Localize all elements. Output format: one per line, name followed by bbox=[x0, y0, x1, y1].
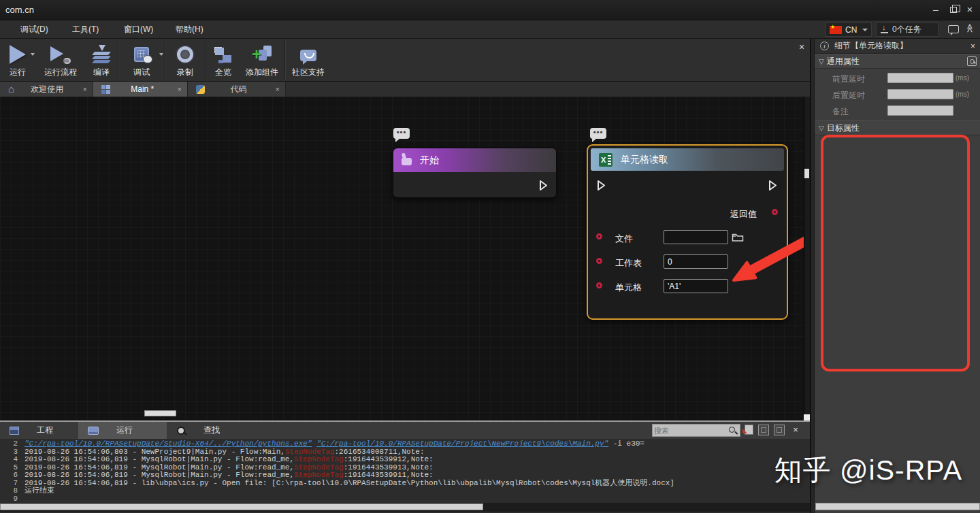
tab-close-icon[interactable]: × bbox=[83, 85, 87, 93]
tab-code[interactable]: 代码 × bbox=[188, 82, 286, 97]
toolbar-button-community[interactable]: 社区支持 bbox=[286, 39, 331, 81]
tab-label: 欢迎使用 bbox=[14, 84, 80, 95]
run-output-icon bbox=[88, 427, 99, 435]
log-line-text: 运行结束 bbox=[24, 486, 54, 495]
log-file-link[interactable]: "C:/rpa-tool/10.0/RPASetupDate/Studio-X6… bbox=[24, 440, 312, 448]
flow-canvas[interactable]: ••• ••• 开始 X 单元格读取 返回值 文件 bbox=[0, 97, 810, 420]
toolbar-label: 运行 bbox=[10, 67, 26, 78]
tab-project[interactable]: 工程 bbox=[0, 422, 78, 439]
log-horizontal-scrollbar-thumb[interactable] bbox=[0, 503, 483, 510]
property-search-icon[interactable] bbox=[967, 56, 977, 66]
close-button[interactable]: × bbox=[962, 3, 977, 17]
cell-input[interactable] bbox=[664, 279, 728, 293]
log-line-number: 6 bbox=[0, 471, 24, 480]
bottom-tab-label: 查找 bbox=[203, 425, 220, 436]
language-selector[interactable]: ★ CN bbox=[826, 22, 872, 37]
start-node[interactable]: 开始 bbox=[393, 148, 557, 198]
log-file-link[interactable]: "C:/rpa-tool/10.0/RPASetupDate/Project\N… bbox=[316, 440, 608, 448]
feedback-icon[interactable] bbox=[948, 25, 959, 33]
comment-icon[interactable]: ••• bbox=[590, 128, 606, 139]
collapse-ribbon-icon[interactable]: ≫ bbox=[964, 24, 975, 33]
maximize-panel-icon[interactable] bbox=[774, 425, 785, 435]
tasks-indicator[interactable]: 0个任务 bbox=[876, 22, 938, 37]
log-search-input[interactable] bbox=[654, 425, 725, 436]
toolbar-button-compile[interactable]: 编译 bbox=[86, 39, 117, 81]
output-connector-icon[interactable] bbox=[768, 180, 777, 191]
log-horizontal-scrollbar[interactable] bbox=[0, 503, 810, 512]
toolbar-label: 编译 bbox=[93, 67, 110, 78]
toolbar-button-debug[interactable]: 调试 bbox=[119, 39, 164, 81]
minimize-button[interactable]: – bbox=[928, 3, 943, 17]
watermark: 知乎 @iS-RPA bbox=[774, 452, 962, 489]
log-line-number: 7 bbox=[0, 480, 24, 488]
section-toggle-icon[interactable]: ▽ bbox=[819, 58, 824, 65]
panel-bottom-scrollbar[interactable] bbox=[815, 503, 980, 510]
tab-close-icon[interactable]: × bbox=[178, 85, 182, 93]
comment-icon[interactable]: ••• bbox=[393, 128, 410, 139]
sheet-input[interactable] bbox=[664, 254, 728, 269]
add-component-icon: + bbox=[252, 46, 272, 63]
note-input[interactable] bbox=[887, 105, 953, 116]
log-output[interactable]: 2"C:/rpa-tool/10.0/RPASetupDate/Studio-X… bbox=[0, 439, 810, 503]
tab-find[interactable]: 查找 bbox=[167, 422, 245, 439]
menu-tools[interactable]: 工具(T) bbox=[68, 20, 103, 39]
log-segment: :1916443539911,Note: bbox=[344, 471, 434, 479]
chevron-down-icon bbox=[862, 29, 868, 31]
section-target-properties[interactable]: ▽ 目标属性 bbox=[815, 120, 980, 135]
menu-window[interactable]: 窗口(W) bbox=[120, 20, 157, 39]
toolbar-label: 调试 bbox=[133, 67, 150, 78]
export-log-icon[interactable] bbox=[745, 425, 753, 435]
section-toggle-icon[interactable]: ▽ bbox=[819, 125, 824, 132]
tab-welcome[interactable]: ⌂ 欢迎使用 × bbox=[0, 82, 93, 97]
ribbon-close-button[interactable]: × bbox=[795, 40, 808, 54]
community-icon bbox=[300, 50, 316, 61]
property-row-post-delay: 后置延时 (ms) bbox=[815, 86, 980, 103]
log-line-number: 9 bbox=[0, 495, 24, 503]
file-label: 文件 bbox=[615, 233, 659, 245]
pre-delay-input[interactable] bbox=[887, 73, 953, 83]
clear-log-icon[interactable] bbox=[758, 425, 769, 435]
toolbar-button-run[interactable]: 运行 bbox=[0, 39, 35, 81]
tab-close-icon[interactable]: × bbox=[276, 85, 280, 93]
sheet-port[interactable] bbox=[596, 258, 602, 264]
start-node-title: 开始 bbox=[420, 154, 439, 167]
cell-port[interactable] bbox=[596, 282, 602, 288]
tab-run-output[interactable]: 运行 bbox=[78, 422, 167, 439]
property-label: 备注 bbox=[832, 106, 849, 118]
tab-label: 代码 bbox=[205, 84, 273, 95]
property-label: 前置延时 bbox=[832, 73, 865, 85]
debug-dropdown-icon[interactable] bbox=[159, 53, 163, 56]
overview-icon bbox=[214, 46, 233, 63]
canvas-vertical-scrollbar-thumb[interactable] bbox=[804, 169, 809, 178]
input-connector-icon[interactable] bbox=[597, 180, 606, 191]
run-dropdown-icon[interactable] bbox=[31, 53, 35, 56]
log-segment: StepNodeTag bbox=[285, 448, 335, 456]
file-input[interactable] bbox=[664, 230, 728, 244]
log-segment: -i e30= bbox=[608, 440, 644, 448]
canvas-vertical-scrollbar[interactable] bbox=[804, 97, 810, 420]
file-port[interactable] bbox=[596, 233, 602, 239]
log-segment: 2019-08-26 16:54:06,803 - NewProject9|Ma… bbox=[24, 448, 285, 456]
flow-grid-icon bbox=[101, 85, 110, 94]
post-delay-input[interactable] bbox=[887, 89, 953, 99]
canvas-horizontal-scrollbar-thumb[interactable] bbox=[144, 410, 176, 416]
section-general-properties[interactable]: ▽ 通用属性 bbox=[815, 54, 980, 69]
folder-browse-icon[interactable] bbox=[732, 232, 744, 243]
toolbar-button-run-flow[interactable]: 运行流程 bbox=[35, 39, 86, 81]
menu-debug[interactable]: 调试(D) bbox=[16, 20, 52, 39]
output-connector-icon[interactable] bbox=[539, 180, 548, 191]
tab-main[interactable]: Main * × bbox=[93, 82, 188, 97]
properties-close-icon[interactable]: × bbox=[970, 42, 975, 51]
close-panel-icon[interactable]: × bbox=[789, 424, 802, 436]
toolbar-button-overview[interactable]: 全览 bbox=[206, 39, 240, 81]
toolbar-button-add-component[interactable]: + 添加组件 bbox=[240, 39, 284, 81]
document-tab-bar: ⌂ 欢迎使用 × Main * × 代码 × bbox=[0, 82, 814, 97]
menu-help[interactable]: 帮助(H) bbox=[172, 20, 208, 39]
return-value-port[interactable] bbox=[772, 209, 778, 215]
toolbar-label: 录制 bbox=[177, 67, 193, 78]
restore-button[interactable] bbox=[946, 3, 961, 17]
cell-read-node[interactable]: X 单元格读取 返回值 文件 工作表 单元格 bbox=[587, 144, 788, 320]
run-icon bbox=[10, 45, 26, 64]
toolbar-button-record[interactable]: 录制 bbox=[166, 39, 204, 81]
toolbar-separator bbox=[165, 40, 165, 80]
